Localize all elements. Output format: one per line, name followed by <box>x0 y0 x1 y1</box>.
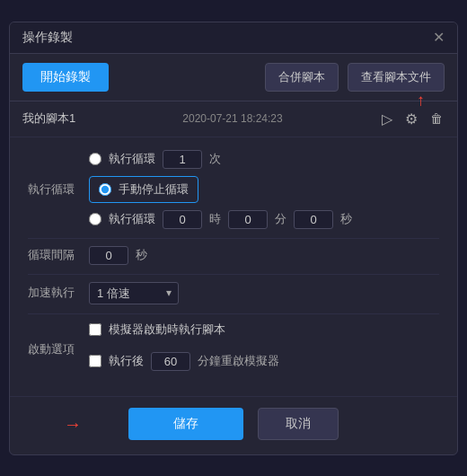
launch-check2[interactable] <box>89 355 101 367</box>
footer: → 儲存 取消 <box>10 396 457 454</box>
toolbar: 開始錄製 合併腳本 查看腳本文件 <box>10 54 457 101</box>
arrow-indicator: ↓ <box>417 93 425 111</box>
launch-check1-label: 模擬器啟動時執行腳本 <box>109 322 225 338</box>
save-arrow-indicator: → <box>64 414 82 435</box>
launch-check1[interactable] <box>89 323 101 336</box>
loop-radio-item-time: 執行循環 時 分 秒 <box>89 210 439 229</box>
script-date: 2020-07-21 18:24:23 <box>94 112 371 125</box>
loop-count-input[interactable] <box>163 150 202 169</box>
cancel-button[interactable]: 取消 <box>258 408 339 440</box>
loop-radio-item-count: 執行循環 次 <box>89 150 439 169</box>
titlebar: 操作錄製 ✕ <box>10 22 457 54</box>
loop-count-radio-label: 執行循環 <box>109 151 155 167</box>
divider3 <box>28 313 439 314</box>
merge-script-button[interactable]: 合併腳本 <box>265 63 339 92</box>
loop-time-m: 分 <box>275 211 286 227</box>
speed-select[interactable]: 1 倍速 2 倍速 4 倍速 8 倍速 <box>89 282 179 304</box>
interval-input[interactable] <box>89 246 128 265</box>
save-button[interactable]: 儲存 <box>128 408 243 440</box>
loop-time-radio[interactable] <box>89 213 101 225</box>
speed-section: 加速執行 1 倍速 2 倍速 4 倍速 8 倍速 <box>28 282 439 304</box>
play-button[interactable] <box>380 109 394 129</box>
loop-time-s: 秒 <box>340 211 352 227</box>
divider2 <box>28 274 439 275</box>
loop-radio-group: 執行循環 次 手動停止循環 執行循環 時 <box>89 150 439 229</box>
loop-unit: 次 <box>209 151 221 167</box>
launch-minutes-input[interactable] <box>151 352 190 371</box>
main-window: 操作錄製 ✕ 開始錄製 合併腳本 查看腳本文件 我的腳本1 2020-07-21… <box>9 22 458 455</box>
view-doc-button[interactable]: 查看腳本文件 <box>348 63 445 92</box>
launch-suffix: 分鐘重啟模擬器 <box>198 353 279 369</box>
launch-check2-item: 執行後 分鐘重啟模擬器 <box>89 352 279 371</box>
loop-radio-item-manual: 手動停止循環 <box>89 176 439 203</box>
loop-manual-radio-label: 手動停止循環 <box>119 181 189 198</box>
launch-options: 模擬器啟動時執行腳本 執行後 分鐘重啟模擬器 <box>89 322 279 378</box>
window-title: 操作錄製 <box>22 30 73 46</box>
close-button[interactable]: ✕ <box>433 31 445 45</box>
loop-time-radio-label: 執行循環 <box>109 211 155 227</box>
interval-label: 循環間隔 <box>28 247 82 263</box>
loop-time-h: 時 <box>209 211 221 227</box>
loop-minutes-input[interactable] <box>228 210 268 229</box>
loop-hours-input[interactable] <box>163 210 202 229</box>
divider1 <box>28 238 439 239</box>
loop-section: 執行循環 執行循環 次 手動停止循環 <box>28 150 439 229</box>
loop-count-radio[interactable] <box>89 153 101 165</box>
launch-label: 啟動選項 <box>28 341 82 357</box>
script-name: 我的腳本1 <box>22 110 85 127</box>
loop-label: 執行循環 <box>28 181 82 198</box>
settings-body: 執行循環 執行循環 次 手動停止循環 <box>10 137 457 396</box>
interval-unit: 秒 <box>136 247 147 263</box>
loop-manual-radio[interactable] <box>99 183 111 196</box>
interval-section: 循環間隔 秒 <box>28 246 439 265</box>
delete-button[interactable] <box>428 110 445 128</box>
launch-section: 啟動選項 模擬器啟動時執行腳本 執行後 分鐘重啟模擬器 <box>28 322 439 378</box>
script-row: 我的腳本1 2020-07-21 18:24:23 ↓ <box>10 101 457 137</box>
speed-select-wrap: 1 倍速 2 倍速 4 倍速 8 倍速 <box>89 282 179 304</box>
loop-seconds-input[interactable] <box>294 210 333 229</box>
script-actions: ↓ <box>380 109 445 129</box>
launch-check2-label: 執行後 <box>109 353 144 369</box>
speed-label: 加速執行 <box>28 285 82 301</box>
start-record-button[interactable]: 開始錄製 <box>22 63 109 92</box>
launch-check1-item: 模擬器啟動時執行腳本 <box>89 322 279 338</box>
manual-stop-highlight: 手動停止循環 <box>89 176 198 203</box>
